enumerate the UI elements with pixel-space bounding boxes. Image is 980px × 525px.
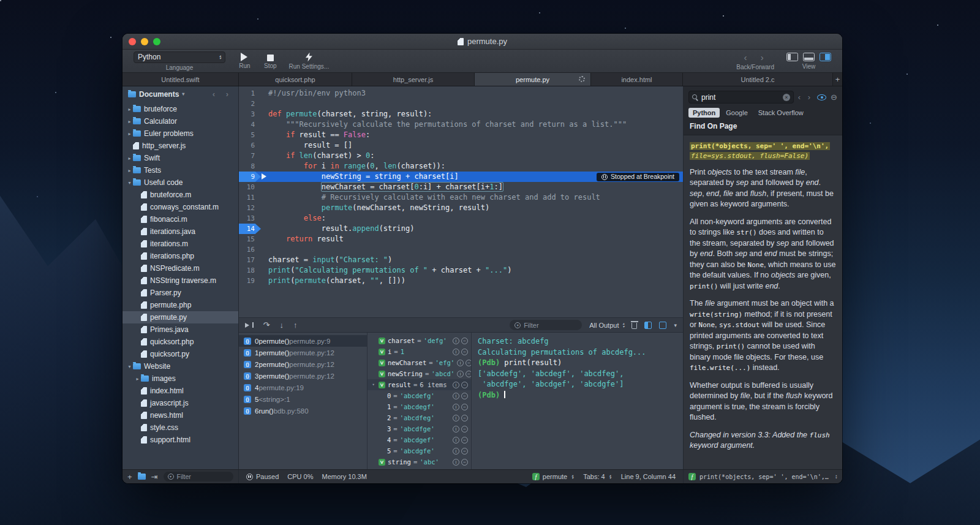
disclosure-icon[interactable]: ▸ [126, 119, 133, 124]
breakpoint-marker[interactable]: 14 [239, 224, 261, 234]
tree-folder-Calculator[interactable]: ▸Calculator [123, 115, 238, 127]
remove-watch-icon[interactable]: − [466, 360, 472, 366]
code-line-9[interactable]: 9 newString = string + charset[i]Stopped… [239, 172, 683, 182]
doc-search-input[interactable]: print × [688, 91, 794, 104]
variable-row-4[interactable]: 4 = 'abcdgef'i− [368, 434, 471, 445]
collapse-console-icon[interactable]: ▾ [674, 322, 677, 328]
info-icon[interactable]: i [453, 338, 459, 344]
tab-http_server.js[interactable]: http_server.js [352, 73, 475, 86]
tree-file-fibonacci.m[interactable]: fibonacci.m [123, 213, 238, 225]
run-button[interactable]: Run [232, 50, 258, 72]
filter-google-button[interactable]: Google [722, 108, 752, 118]
tree-folder-Swift[interactable]: ▸Swift [123, 152, 238, 164]
step-over-button[interactable]: ↷ [263, 320, 270, 330]
code-line-19[interactable]: 19print(permute(charset, "", [])) [239, 276, 683, 286]
symbol-select[interactable]: f permute ▴▾ [532, 473, 573, 480]
info-icon[interactable]: i [457, 371, 464, 377]
disclosure-icon[interactable]: ▸ [126, 107, 133, 112]
code-line-11[interactable]: 11 # Recursively calculate with each new… [239, 192, 683, 203]
code-line-15[interactable]: 15 return result [239, 234, 683, 244]
stack-frame-5[interactable]: {}5 <string>:1 [239, 393, 367, 405]
remove-watch-icon[interactable]: − [466, 371, 472, 377]
variable-row-i[interactable]: Vi = 1i− [368, 346, 471, 357]
stack-frame-0[interactable]: {}0 permute() permute.py:9 [239, 335, 367, 347]
language-select[interactable]: Python ▴▾ [134, 51, 225, 63]
disclosure-icon[interactable]: ▸ [126, 168, 133, 173]
tree-folder-images[interactable]: ▸images [123, 372, 238, 385]
tree-file-permute.py[interactable]: permute.py [123, 311, 238, 323]
run-settings-button[interactable]: Run Settings... [283, 50, 336, 72]
info-icon[interactable]: i [453, 349, 459, 355]
sidebar-filter-input[interactable]: ▾ Filter [164, 472, 234, 482]
reveal-file-button[interactable]: ⇥ [151, 473, 158, 481]
find-on-page-button[interactable]: Find On Page [688, 122, 837, 130]
console-filter-input[interactable]: ▾ Filter [510, 320, 582, 330]
code-line-10[interactable]: 10 newCharset = charset[0:i] + charset[i… [239, 182, 683, 192]
sidebar-root-label[interactable]: Documents [139, 90, 179, 99]
code-line-8[interactable]: 8 for i in range(0, len(charset)): [239, 161, 683, 172]
code-line-2[interactable]: 2 [239, 99, 683, 109]
stack-frame-3[interactable]: {}3 permute() permute.py:12 [239, 370, 367, 382]
tree-folder-Website[interactable]: ▾Website [123, 360, 238, 372]
tree-file-quicksort.py[interactable]: quicksort.py [123, 348, 238, 360]
code-line-12[interactable]: 12 permute(newCharset, newString, result… [239, 203, 683, 213]
output-scope-select[interactable]: All Output ▴▾ [589, 322, 624, 329]
variable-row-5[interactable]: 5 = 'abcdgfe'i− [368, 445, 471, 456]
new-folder-button[interactable] [138, 474, 146, 480]
variable-row-charset[interactable]: Vcharset = 'defg'i− [368, 335, 471, 346]
zoom-window-button[interactable] [153, 38, 160, 45]
code-line-17[interactable]: 17charset = input("Charset: ") [239, 255, 683, 265]
variable-row-result[interactable]: ▾Vresult = 6 itemsi− [368, 379, 471, 390]
minimize-window-button[interactable] [141, 38, 148, 45]
code-line-13[interactable]: 13 else: [239, 213, 683, 224]
tabs-select[interactable]: Tabs: 4 ▴▾ [583, 473, 611, 480]
info-icon[interactable]: i [453, 459, 459, 466]
toggle-bottom-panel-icon[interactable] [803, 53, 815, 61]
doc-back-forward-icons[interactable]: ‹ › [798, 93, 813, 102]
disclosure-icon[interactable]: ▸ [134, 376, 141, 382]
variable-row-newString[interactable]: VnewString = 'abcd'i− [368, 368, 471, 379]
variable-row-1[interactable]: 1 = 'abcdegf'i− [368, 401, 471, 412]
step-out-button[interactable]: ↑ [293, 320, 298, 330]
remove-watch-icon[interactable]: − [461, 426, 468, 432]
variable-row-2[interactable]: 2 = 'abcdfeg'i− [368, 412, 471, 423]
code-line-3[interactable]: 3def permute(charset, string, result): [239, 109, 683, 119]
console-output[interactable]: Charset: abcdefgCalculating permutations… [472, 333, 683, 469]
remove-watch-icon[interactable]: − [461, 393, 468, 399]
remove-watch-icon[interactable]: − [461, 448, 468, 455]
tab-quicksort.php[interactable]: quicksort.php [239, 73, 352, 86]
eye-icon[interactable] [817, 94, 826, 100]
tab-Untitled.swift[interactable]: Untitled.swift [123, 73, 239, 86]
disclosure-icon[interactable]: ▾ [371, 382, 376, 387]
tree-file-javascript.js[interactable]: javascript.js [123, 397, 238, 409]
remove-watch-icon[interactable]: − [461, 349, 468, 355]
clear-console-button[interactable] [631, 323, 637, 329]
variable-row-0[interactable]: 0 = 'abcdefg'i− [368, 390, 471, 401]
back-forward-icons[interactable]: ‹ › [742, 52, 769, 62]
info-icon[interactable]: i [453, 426, 459, 432]
code-editor[interactable]: 1#!/usr/bin/env python323def permute(cha… [239, 86, 683, 317]
code-line-7[interactable]: 7 if len(charset) > 0: [239, 151, 683, 161]
variable-row-newCharset[interactable]: VnewCharset = 'efg'i− [368, 357, 471, 368]
tree-file-conways_constant.m[interactable]: conways_constant.m [123, 201, 238, 213]
tree-folder-Useful code[interactable]: ▾Useful code [123, 176, 238, 189]
remove-watch-icon[interactable]: − [461, 437, 468, 444]
filter-python-button[interactable]: Python [688, 108, 720, 118]
tree-file-NSString traverse.m[interactable]: NSString traverse.m [123, 274, 238, 287]
stop-button[interactable]: Stop [258, 50, 283, 72]
step-into-button[interactable]: ↓ [279, 320, 284, 330]
clear-search-icon[interactable]: × [783, 94, 790, 101]
tree-folder-bruteforce[interactable]: ▸bruteforce [123, 103, 238, 115]
stack-frame-6[interactable]: {}6 run() bdb.py:580 [239, 405, 367, 417]
tree-file-index.html[interactable]: index.html [123, 385, 238, 397]
code-line-1[interactable]: 1#!/usr/bin/env python3 [239, 88, 683, 99]
disclosure-icon[interactable]: ▸ [126, 131, 133, 137]
chevron-down-icon[interactable]: ▾ [182, 91, 184, 97]
console-layout-left-icon[interactable] [644, 322, 652, 329]
remove-watch-icon[interactable]: − [461, 415, 468, 421]
tree-file-Parser.py[interactable]: Parser.py [123, 287, 238, 299]
remove-watch-icon[interactable]: − [461, 404, 468, 410]
tab-index.html[interactable]: index.html [591, 73, 683, 86]
tree-file-Primes.java[interactable]: Primes.java [123, 323, 238, 336]
info-icon[interactable]: i [453, 448, 459, 455]
